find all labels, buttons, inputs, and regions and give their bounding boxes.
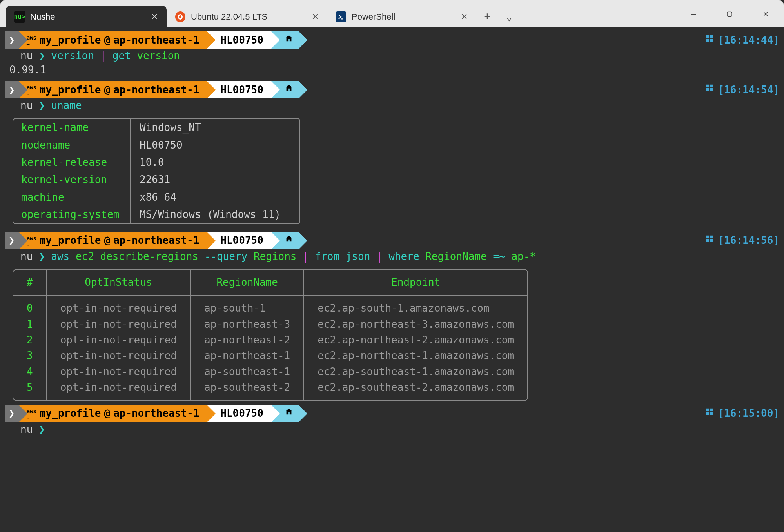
table-cell: ec2.ap-southeast-1.amazonaws.com — [304, 364, 527, 379]
command-line: nu ❯ uname — [5, 98, 779, 113]
maximize-button[interactable]: ▢ — [711, 0, 748, 27]
svg-rect-15 — [710, 412, 713, 415]
prompt-at: @ — [104, 83, 111, 97]
table-cell: ap-southeast-1 — [191, 364, 304, 379]
windows-icon — [705, 84, 714, 96]
prompt-at: @ — [104, 233, 111, 247]
record-key: operating-system — [13, 206, 131, 223]
command-output: 0.99.1 — [5, 63, 779, 77]
record-value: x86_64 — [131, 189, 299, 206]
table-cell: opt-in-not-required — [47, 348, 191, 363]
table-output: #OptInStatusRegionNameEndpoint0opt-in-no… — [13, 269, 528, 401]
prompt-line: ❯ aws‿ my_profile @ ap-northeast-1 HL007… — [5, 31, 779, 49]
svg-rect-12 — [706, 409, 709, 411]
window-controls: — ▢ ✕ — [675, 0, 784, 27]
table-cell: 2 — [13, 332, 47, 348]
prompt-segment-host: HL00750 — [207, 232, 271, 249]
tab-label: Nushell — [30, 11, 59, 23]
svg-rect-7 — [710, 88, 713, 91]
command-line: nu ❯ aws ec2 describe-regions --query Re… — [5, 249, 779, 263]
table-cell: ec2.ap-northeast-3.amazonaws.com — [304, 316, 527, 332]
record-row: nodename HL00750 — [13, 136, 299, 154]
svg-rect-4 — [706, 85, 709, 87]
table-cell: opt-in-not-required — [47, 316, 191, 332]
record-key: kernel-release — [13, 154, 131, 171]
close-icon[interactable]: ✕ — [461, 11, 468, 23]
svg-rect-8 — [706, 236, 709, 238]
table-cell: opt-in-not-required — [47, 332, 191, 348]
record-key: kernel-version — [13, 171, 131, 188]
prompt-at: @ — [104, 406, 111, 420]
prompt-at: @ — [104, 33, 111, 47]
close-icon[interactable]: ✕ — [312, 11, 319, 23]
close-icon[interactable]: ✕ — [151, 11, 158, 23]
svg-rect-14 — [706, 412, 709, 415]
titlebar: nu> Nushell ✕ Ubuntu 22.04.5 LTS ✕ Power… — [0, 0, 784, 27]
tab-ubuntu[interactable]: Ubuntu 22.04.5 LTS ✕ — [167, 6, 327, 28]
aws-icon: aws‿ — [27, 237, 36, 245]
nushell-icon: nu> — [15, 12, 25, 22]
prompt-line: ❯ aws‿ my_profile @ ap-northeast-1 HL007… — [5, 81, 779, 98]
table-cell: ec2.ap-southeast-2.amazonaws.com — [304, 379, 527, 400]
table-cell: 5 — [13, 379, 47, 400]
table-cell: opt-in-not-required — [47, 379, 191, 400]
prompt-timestamp: [16:14:54] — [705, 83, 779, 97]
windows-icon — [705, 34, 714, 46]
table-header: OptInStatus — [47, 270, 191, 296]
windows-icon — [705, 407, 714, 419]
prompt-region: ap-northeast-1 — [113, 406, 199, 420]
prompt-timestamp: [16:15:00] — [705, 406, 779, 420]
record-value: HL00750 — [131, 136, 299, 154]
minimize-button[interactable]: — — [675, 0, 711, 27]
record-value: 22631 — [131, 171, 299, 188]
record-output: kernel-name Windows_NT nodename HL00750 … — [13, 118, 300, 224]
table-cell: 4 — [13, 364, 47, 379]
prompt-region: ap-northeast-1 — [113, 33, 199, 47]
svg-rect-13 — [710, 409, 713, 411]
tabs: nu> Nushell ✕ Ubuntu 22.04.5 LTS ✕ Power… — [0, 0, 520, 27]
svg-rect-5 — [710, 85, 713, 87]
prompt-segment-aws: aws‿ my_profile @ ap-northeast-1 — [19, 232, 207, 249]
home-icon — [285, 234, 293, 247]
terminal-viewport[interactable]: ❯ aws‿ my_profile @ ap-northeast-1 HL007… — [0, 31, 784, 532]
table-cell: 0 — [13, 296, 47, 316]
prompt-segment-host: HL00750 — [207, 31, 271, 49]
svg-rect-10 — [706, 239, 709, 242]
svg-rect-3 — [710, 39, 713, 42]
table-cell: ap-southeast-2 — [191, 379, 304, 400]
aws-icon: aws‿ — [27, 86, 36, 94]
timestamp-text: [16:14:56] — [718, 233, 779, 247]
prompt-chevron: ❯ — [5, 31, 19, 49]
prompt-profile: my_profile — [40, 83, 101, 97]
table-row: 3opt-in-not-requiredap-northeast-1ec2.ap… — [13, 348, 527, 363]
table-cell: 1 — [13, 316, 47, 332]
tab-label: Ubuntu 22.04.5 LTS — [191, 11, 267, 23]
tab-nushell[interactable]: nu> Nushell ✕ — [6, 6, 167, 28]
table-header: Endpoint — [304, 270, 527, 296]
table-header: # — [13, 270, 47, 296]
record-key: nodename — [13, 136, 131, 154]
new-tab-button[interactable]: + — [476, 6, 498, 27]
powershell-icon — [336, 12, 346, 22]
prompt-timestamp: [16:14:44] — [705, 33, 779, 47]
table-cell: ap-northeast-3 — [191, 316, 304, 332]
table-row: 0opt-in-not-requiredap-south-1ec2.ap-sou… — [13, 296, 527, 316]
tab-powershell[interactable]: PowerShell ✕ — [327, 6, 476, 28]
prompt-chevron: ❯ — [5, 232, 19, 249]
tab-dropdown-button[interactable]: ⌄ — [498, 6, 520, 27]
table-row: 1opt-in-not-requiredap-northeast-3ec2.ap… — [13, 316, 527, 332]
windows-icon — [705, 234, 714, 247]
prompt-line: ❯ aws‿ my_profile @ ap-northeast-1 HL007… — [5, 405, 779, 422]
close-window-button[interactable]: ✕ — [748, 0, 784, 27]
table-header: RegionName — [191, 270, 304, 296]
prompt-segment-host: HL00750 — [207, 81, 271, 98]
svg-rect-11 — [710, 239, 713, 242]
prompt-segment-aws: aws‿ my_profile @ ap-northeast-1 — [19, 31, 207, 49]
table-cell: opt-in-not-required — [47, 364, 191, 379]
record-key: kernel-name — [13, 119, 131, 136]
timestamp-text: [16:14:54] — [718, 83, 779, 97]
record-value: MS/Windows (Windows 11) — [131, 206, 299, 223]
prompt-line: ❯ aws‿ my_profile @ ap-northeast-1 HL007… — [5, 232, 779, 249]
table-cell: ec2.ap-northeast-2.amazonaws.com — [304, 332, 527, 348]
table-row: 5opt-in-not-requiredap-southeast-2ec2.ap… — [13, 379, 527, 400]
